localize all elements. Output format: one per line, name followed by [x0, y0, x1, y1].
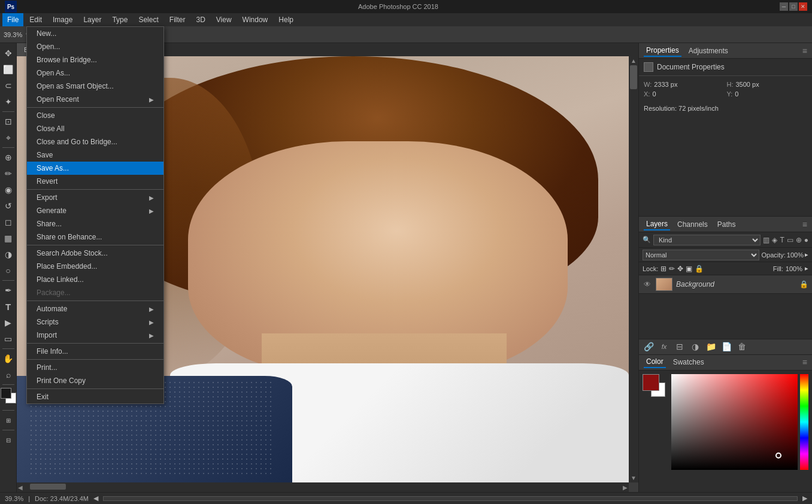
- vertical-scrollbar[interactable]: ▲ ▼: [629, 56, 638, 482]
- menu-import[interactable]: Import ▶: [27, 329, 163, 342]
- marquee-tool[interactable]: ⬜: [1, 62, 16, 77]
- menu-close-go-bridge[interactable]: Close and Go to Bridge...: [27, 135, 163, 148]
- brush-tool[interactable]: ✏: [1, 166, 16, 181]
- delete-layer-button[interactable]: 🗑: [736, 341, 748, 353]
- horizontal-scrollbar[interactable]: ◀ ▶: [17, 482, 629, 492]
- menu-scripts[interactable]: Scripts ▶: [27, 315, 163, 329]
- color-saturation-gradient[interactable]: [671, 374, 798, 470]
- menu-export[interactable]: Export ▶: [27, 191, 163, 204]
- menu-revert[interactable]: Revert: [27, 175, 163, 188]
- scrollbar-down-arrow[interactable]: ▼: [629, 473, 638, 482]
- tab-channels[interactable]: Channels: [675, 219, 710, 230]
- tab-color[interactable]: Color: [644, 356, 666, 368]
- pen-tool[interactable]: ✒: [1, 283, 16, 298]
- fx-button[interactable]: fx: [658, 341, 670, 353]
- eyedropper-tool[interactable]: ⌖: [1, 130, 16, 145]
- hand-tool[interactable]: ✋: [1, 351, 16, 366]
- layer-item-background[interactable]: 👁 Background 🔒: [639, 275, 812, 294]
- maximize-button[interactable]: □: [789, 2, 798, 11]
- healing-brush-tool[interactable]: ⊕: [1, 150, 16, 165]
- menu-item-3d[interactable]: 3D: [191, 13, 210, 26]
- menu-file-info[interactable]: File Info...: [27, 345, 163, 358]
- menu-item-window[interactable]: Window: [238, 13, 273, 26]
- close-button[interactable]: ✕: [799, 2, 807, 11]
- rectangle-tool[interactable]: ▭: [1, 331, 16, 347]
- tab-layers[interactable]: Layers: [644, 218, 670, 230]
- scrollbar-up-arrow[interactable]: ▲: [629, 56, 638, 65]
- scrollbar-thumb[interactable]: [630, 65, 637, 89]
- tab-paths[interactable]: Paths: [715, 219, 738, 230]
- menu-open-smart-object[interactable]: Open as Smart Object...: [27, 80, 163, 93]
- layers-filter-pixel-icon[interactable]: ▥: [763, 236, 769, 244]
- menu-item-select[interactable]: Select: [134, 13, 163, 26]
- blur-tool[interactable]: ◑: [1, 247, 16, 262]
- menu-item-image[interactable]: Image: [48, 13, 77, 26]
- menu-browse-bridge[interactable]: Browse in Bridge...: [27, 53, 163, 66]
- lock-pixels-icon[interactable]: ⊞: [660, 265, 666, 273]
- history-brush-tool[interactable]: ↺: [1, 198, 16, 214]
- quick-mask-button[interactable]: ⊞: [1, 412, 16, 428]
- menu-close-all[interactable]: Close All: [27, 122, 163, 135]
- lasso-tool[interactable]: ⊂: [1, 78, 16, 93]
- opacity-stepper[interactable]: ▸: [805, 251, 808, 259]
- menu-open-recent[interactable]: Open Recent ▶: [27, 93, 163, 106]
- eraser-tool[interactable]: ◻: [1, 214, 16, 230]
- zoom-tool[interactable]: ⌕: [1, 367, 16, 382]
- menu-share-behance[interactable]: Share on Behance...: [27, 230, 163, 244]
- menu-item-help[interactable]: Help: [274, 13, 298, 26]
- color-panel-menu-icon[interactable]: ≡: [802, 357, 807, 367]
- new-adjustment-button[interactable]: ◑: [689, 341, 701, 353]
- path-selection-tool[interactable]: ▶: [1, 315, 16, 330]
- menu-place-embedded[interactable]: Place Embedded...: [27, 260, 163, 273]
- menu-item-file[interactable]: File: [2, 13, 23, 26]
- menu-item-edit[interactable]: Edit: [25, 13, 47, 26]
- status-scrollbar[interactable]: [103, 496, 798, 501]
- clone-stamp-tool[interactable]: ◉: [1, 182, 16, 198]
- lock-artboard-icon[interactable]: ▣: [686, 265, 692, 273]
- tab-swatches[interactable]: Swatches: [671, 357, 707, 368]
- status-left-arrow[interactable]: ◀: [93, 494, 98, 502]
- menu-generate[interactable]: Generate ▶: [27, 204, 163, 217]
- layers-filter-smart-icon[interactable]: ⊕: [796, 236, 802, 244]
- layers-filter-type-icon[interactable]: T: [780, 236, 784, 244]
- menu-item-type[interactable]: Type: [107, 13, 132, 26]
- titlebar-controls[interactable]: ─ □ ✕: [780, 2, 807, 11]
- menu-item-filter[interactable]: Filter: [165, 13, 190, 26]
- layers-filter-toggle[interactable]: ●: [804, 236, 808, 244]
- menu-save-as[interactable]: Save As...: [27, 162, 163, 175]
- minimize-button[interactable]: ─: [780, 2, 788, 11]
- link-layers-button[interactable]: 🔗: [643, 341, 655, 353]
- screen-mode-button[interactable]: ⊟: [1, 432, 16, 448]
- menu-new[interactable]: New...: [27, 27, 163, 40]
- status-right-arrow[interactable]: ▶: [802, 494, 807, 502]
- fill-stepper[interactable]: ▸: [805, 265, 808, 272]
- menu-place-linked[interactable]: Place Linked...: [27, 273, 163, 286]
- foreground-color-swatch[interactable]: [1, 388, 11, 399]
- type-tool[interactable]: T: [1, 299, 16, 314]
- menu-item-layer[interactable]: Layer: [78, 13, 106, 26]
- layers-kind-select[interactable]: Kind: [653, 235, 761, 245]
- layers-panel-menu-icon[interactable]: ≡: [802, 220, 807, 229]
- menu-automate[interactable]: Automate ▶: [27, 302, 163, 315]
- menu-open[interactable]: Open...: [27, 40, 163, 53]
- menu-print[interactable]: Print...: [27, 361, 163, 374]
- scrollbar-right-arrow[interactable]: ▶: [622, 483, 629, 492]
- new-group-button[interactable]: 📁: [705, 341, 717, 353]
- h-scrollbar-track[interactable]: [24, 482, 622, 492]
- layer-visibility-toggle[interactable]: 👁: [643, 280, 652, 289]
- menu-close[interactable]: Close: [27, 109, 163, 122]
- add-mask-button[interactable]: ⊟: [674, 341, 686, 353]
- move-tool[interactable]: ✥: [1, 45, 16, 61]
- h-scrollbar-thumb[interactable]: [30, 484, 66, 490]
- menu-item-view[interactable]: View: [211, 13, 237, 26]
- lock-all-icon[interactable]: 🔒: [695, 265, 704, 273]
- scrollbar-left-arrow[interactable]: ◀: [17, 483, 24, 492]
- lock-brush-icon[interactable]: ✏: [669, 265, 675, 273]
- lock-move-icon[interactable]: ✥: [677, 265, 683, 273]
- layers-blend-mode-select[interactable]: Normal: [643, 250, 759, 260]
- crop-tool[interactable]: ⊡: [1, 114, 16, 129]
- menu-exit[interactable]: Exit: [27, 390, 163, 403]
- menu-save[interactable]: Save: [27, 148, 163, 162]
- tab-properties[interactable]: Properties: [644, 45, 681, 57]
- layers-filter-shape-icon[interactable]: ▭: [787, 236, 793, 244]
